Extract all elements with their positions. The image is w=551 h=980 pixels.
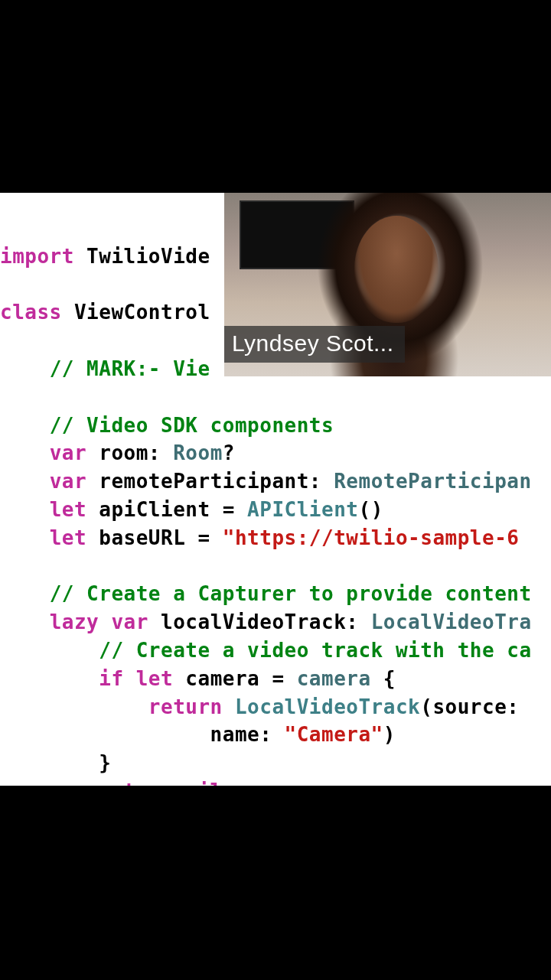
code-type: RemoteParticipan bbox=[334, 470, 531, 493]
code-text bbox=[99, 610, 111, 633]
code-keyword: if bbox=[99, 667, 123, 690]
video-subject bbox=[354, 216, 439, 323]
code-text: (source: bbox=[420, 695, 519, 718]
code-indent bbox=[0, 526, 50, 549]
code-text: { bbox=[371, 667, 396, 690]
code-string: "https://twilio-sample-6 bbox=[223, 526, 520, 549]
code-indent bbox=[0, 441, 50, 464]
code-text: } bbox=[99, 751, 111, 774]
code-text bbox=[124, 667, 136, 690]
code-text bbox=[173, 780, 185, 786]
code-keyword: return bbox=[148, 695, 223, 718]
code-indent bbox=[0, 498, 50, 521]
code-text bbox=[223, 695, 235, 718]
code-identifier: ViewControl bbox=[74, 301, 210, 324]
code-keyword: import bbox=[0, 245, 74, 268]
code-nil: nil bbox=[185, 780, 222, 786]
code-type: LocalVideoTra bbox=[371, 610, 532, 633]
code-keyword: var bbox=[50, 470, 86, 493]
code-text: ? bbox=[223, 441, 235, 464]
code-identifier: localVideoTrack: bbox=[161, 610, 371, 633]
code-type: APIClient bbox=[247, 498, 358, 521]
code-comment: // MARK:- Vie bbox=[50, 357, 210, 380]
code-text bbox=[173, 667, 185, 690]
code-identifier: name: bbox=[210, 723, 285, 746]
code-text bbox=[86, 470, 99, 493]
code-indent bbox=[0, 695, 148, 718]
code-indent bbox=[0, 357, 50, 380]
code-identifier: room: bbox=[99, 441, 173, 464]
code-indent bbox=[0, 470, 50, 493]
code-text: ) bbox=[383, 723, 396, 746]
code-string: "Camera" bbox=[285, 723, 383, 746]
code-indent bbox=[0, 582, 50, 605]
code-identifier: camera bbox=[297, 667, 371, 690]
code-keyword: let bbox=[50, 526, 86, 549]
video-participant-tile[interactable]: Lyndsey Scot... bbox=[224, 193, 551, 376]
code-identifier: TwilioVide bbox=[86, 245, 210, 268]
code-identifier: baseURL = bbox=[99, 526, 223, 549]
code-keyword: class bbox=[0, 301, 62, 324]
code-comment: // Video SDK components bbox=[50, 414, 334, 437]
code-keyword: return bbox=[99, 780, 173, 786]
code-comment: // Create a Capturer to provide content bbox=[50, 582, 532, 605]
code-keyword: var bbox=[50, 441, 86, 464]
code-indent bbox=[0, 780, 99, 786]
code-text bbox=[86, 498, 99, 521]
code-comment: // Create a video track with the ca bbox=[99, 639, 531, 662]
code-indent bbox=[0, 667, 99, 690]
participant-name-label: Lyndsey Scot... bbox=[224, 326, 405, 363]
code-type: Room bbox=[173, 441, 223, 464]
code-text bbox=[62, 301, 74, 324]
code-text bbox=[148, 610, 161, 633]
code-text bbox=[86, 526, 99, 549]
code-keyword: let bbox=[50, 498, 86, 521]
code-type: LocalVideoTrack bbox=[235, 695, 420, 718]
code-text bbox=[74, 245, 86, 268]
code-indent bbox=[0, 414, 50, 437]
code-keyword: let bbox=[136, 667, 173, 690]
code-indent bbox=[0, 751, 99, 774]
code-indent bbox=[0, 723, 210, 746]
code-text: () bbox=[358, 498, 383, 521]
code-indent bbox=[0, 610, 50, 633]
code-identifier: remoteParticipant: bbox=[99, 470, 334, 493]
code-identifier: apiClient = bbox=[99, 498, 247, 521]
code-indent bbox=[0, 639, 99, 662]
code-keyword: var bbox=[111, 610, 148, 633]
code-text bbox=[86, 441, 99, 464]
code-keyword: lazy bbox=[50, 610, 99, 633]
code-identifier: camera = bbox=[185, 667, 296, 690]
